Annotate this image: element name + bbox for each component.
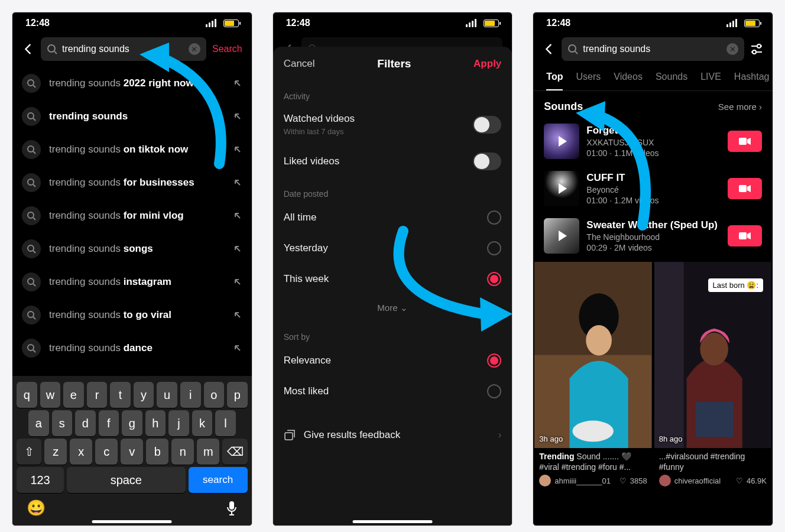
key-w[interactable]: w bbox=[40, 382, 61, 408]
option-liked-videos[interactable]: Liked videos bbox=[273, 144, 512, 179]
video-card[interactable]: 3h ago bbox=[534, 262, 651, 448]
radio-this-week[interactable] bbox=[487, 272, 501, 286]
suggestion-row[interactable]: trending sounds 2022 right now bbox=[12, 67, 252, 100]
sound-row[interactable]: Sweater Weather (Sped Up) The Neighbourh… bbox=[533, 212, 773, 259]
search-input[interactable] bbox=[583, 44, 722, 54]
apply-button[interactable]: Apply bbox=[473, 58, 501, 70]
tab-users[interactable]: Users bbox=[576, 72, 601, 90]
home-indicator[interactable] bbox=[353, 520, 433, 523]
sound-thumbnail[interactable] bbox=[544, 218, 579, 254]
tab-top[interactable]: Top bbox=[546, 72, 563, 90]
radio-all-time[interactable] bbox=[487, 210, 501, 225]
key-b[interactable]: b bbox=[146, 439, 168, 465]
suggestion-row[interactable]: trending sounds for mini vlog bbox=[12, 199, 252, 232]
tab-videos[interactable]: Videos bbox=[614, 72, 643, 90]
tab-live[interactable]: LIVE bbox=[700, 72, 721, 90]
key-v[interactable]: v bbox=[121, 439, 143, 465]
sound-row[interactable]: Forget XXKATUSJINSUX 01:00 · 1.1M videos bbox=[533, 118, 773, 165]
record-button[interactable] bbox=[728, 131, 762, 152]
option-watched-videos[interactable]: Watched videos Within last 7 days bbox=[273, 105, 512, 144]
sound-thumbnail[interactable] bbox=[544, 124, 579, 159]
search-input[interactable] bbox=[62, 44, 184, 54]
key-r[interactable]: r bbox=[87, 382, 108, 408]
key-y[interactable]: y bbox=[134, 382, 154, 408]
key-p[interactable]: p bbox=[227, 382, 248, 408]
suggestion-row[interactable]: trending sounds bbox=[12, 100, 252, 133]
suggestion-row[interactable]: trending sounds dance bbox=[12, 332, 252, 365]
tab-hashtag[interactable]: Hashtag bbox=[734, 72, 770, 90]
key-j[interactable]: j bbox=[168, 410, 189, 436]
suggestion-row[interactable]: trending sounds instagram bbox=[12, 265, 252, 299]
option-relevance[interactable]: Relevance bbox=[273, 345, 512, 376]
key-t[interactable]: t bbox=[110, 382, 131, 408]
arrow-up-left-icon[interactable] bbox=[233, 343, 242, 353]
key-q[interactable]: q bbox=[17, 382, 37, 408]
arrow-up-left-icon[interactable] bbox=[233, 211, 242, 220]
clear-icon[interactable]: ✕ bbox=[189, 43, 200, 55]
key-h[interactable]: h bbox=[145, 410, 166, 436]
key-x[interactable]: x bbox=[70, 439, 92, 465]
radio-most-liked[interactable] bbox=[487, 384, 501, 398]
key-s[interactable]: s bbox=[52, 410, 73, 436]
suggestion-row[interactable]: trending sounds on tiktok now bbox=[12, 133, 252, 166]
back-icon[interactable] bbox=[22, 43, 35, 56]
arrow-up-left-icon[interactable] bbox=[233, 145, 242, 154]
search-box[interactable]: ✕ bbox=[41, 37, 206, 61]
option-all-time[interactable]: All time bbox=[273, 202, 512, 233]
filter-icon[interactable] bbox=[750, 43, 763, 55]
keyboard-search-key[interactable]: search bbox=[189, 467, 248, 493]
key-o[interactable]: o bbox=[204, 382, 225, 408]
key-n[interactable]: n bbox=[171, 439, 194, 465]
key-l[interactable]: l bbox=[215, 410, 236, 436]
shift-key[interactable]: ⇧ bbox=[17, 439, 41, 465]
arrow-up-left-icon[interactable] bbox=[233, 112, 242, 121]
more-button[interactable]: More ⌄ bbox=[273, 294, 512, 322]
arrow-up-left-icon[interactable] bbox=[233, 79, 242, 88]
suggestion-row[interactable]: trending sounds songs bbox=[12, 232, 252, 265]
sound-thumbnail[interactable] bbox=[544, 171, 579, 206]
radio-relevance[interactable] bbox=[487, 353, 501, 368]
tab-sounds[interactable]: Sounds bbox=[656, 72, 687, 90]
suggestion-row[interactable]: trending sounds to go viral bbox=[12, 299, 252, 332]
arrow-up-left-icon[interactable] bbox=[233, 277, 242, 287]
dictation-icon[interactable] bbox=[226, 501, 238, 516]
numbers-key[interactable]: 123 bbox=[17, 467, 64, 493]
arrow-up-left-icon[interactable] bbox=[233, 178, 242, 187]
video-user-row[interactable]: ahmiiii______01 ♡ 3858 bbox=[534, 473, 651, 491]
key-z[interactable]: z bbox=[44, 439, 67, 465]
feedback-button[interactable]: Give results feedback › bbox=[273, 419, 512, 452]
video-user-row[interactable]: chiveraofficial ♡ 46.9K bbox=[654, 473, 771, 491]
key-m[interactable]: m bbox=[197, 439, 219, 465]
space-key[interactable]: space bbox=[67, 467, 185, 493]
key-d[interactable]: d bbox=[75, 410, 96, 436]
sound-row[interactable]: CUFF IT Beyoncé 01:00 · 1.2M videos bbox=[533, 165, 773, 212]
key-i[interactable]: i bbox=[180, 382, 201, 408]
option-this-week[interactable]: This week bbox=[273, 264, 512, 294]
search-button[interactable]: Search bbox=[212, 44, 242, 54]
key-c[interactable]: c bbox=[95, 439, 118, 465]
search-box[interactable]: ✕ bbox=[562, 37, 744, 61]
record-button[interactable] bbox=[728, 225, 762, 246]
back-icon[interactable] bbox=[543, 43, 556, 56]
clear-icon[interactable]: ✕ bbox=[726, 43, 738, 55]
cancel-button[interactable]: Cancel bbox=[284, 58, 315, 70]
option-most-liked[interactable]: Most liked bbox=[273, 376, 512, 407]
see-more-button[interactable]: See more › bbox=[718, 102, 762, 112]
key-u[interactable]: u bbox=[157, 382, 177, 408]
arrow-up-left-icon[interactable] bbox=[233, 310, 242, 320]
key-f[interactable]: f bbox=[99, 410, 119, 436]
key-e[interactable]: e bbox=[63, 382, 84, 408]
toggle-watched[interactable] bbox=[473, 116, 501, 134]
key-k[interactable]: k bbox=[192, 410, 213, 436]
home-indicator[interactable] bbox=[92, 520, 172, 523]
record-button[interactable] bbox=[728, 178, 762, 199]
backspace-key[interactable]: ⌫ bbox=[222, 439, 247, 465]
toggle-liked[interactable] bbox=[473, 153, 501, 170]
emoji-key[interactable]: 😀 bbox=[27, 499, 46, 517]
key-g[interactable]: g bbox=[122, 410, 142, 436]
arrow-up-left-icon[interactable] bbox=[233, 244, 242, 254]
option-yesterday[interactable]: Yesterday bbox=[273, 233, 512, 264]
video-card[interactable]: Last born 😩: 8h ago bbox=[654, 262, 771, 448]
key-a[interactable]: a bbox=[28, 410, 49, 436]
suggestion-row[interactable]: trending sounds for businesses bbox=[12, 166, 252, 199]
